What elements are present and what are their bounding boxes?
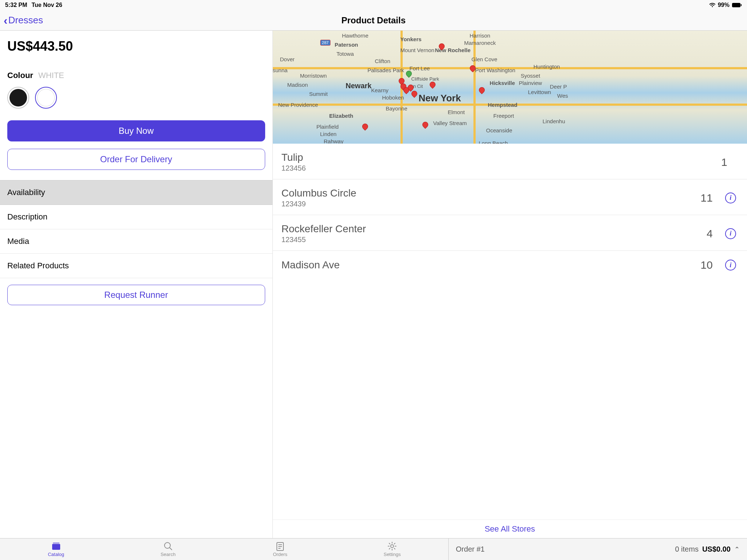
nav-bar: ‹ Dresses Product Details: [0, 10, 747, 31]
store-name: Columbus Circle: [282, 187, 701, 199]
map-label: Rahway: [324, 138, 344, 144]
svg-rect-2: [52, 544, 60, 550]
back-label: Dresses: [8, 15, 43, 26]
tab-search[interactable]: Search: [112, 538, 224, 560]
map-label: New York: [419, 93, 461, 104]
store-name: Tulip: [282, 152, 721, 163]
bottom-bar: Catalog Search Orders Settings Order #1 …: [0, 538, 747, 560]
section-media[interactable]: Media: [0, 229, 272, 254]
svg-rect-0: [732, 3, 740, 7]
map-label: sunna: [273, 67, 288, 73]
section-related[interactable]: Related Products: [0, 254, 272, 278]
right-pane: New York Newark Yonkers Paterson Clifton…: [273, 31, 747, 538]
tab-label: Settings: [384, 552, 401, 557]
map-label: Harrison: [470, 32, 491, 39]
map-label: Elizabeth: [329, 113, 353, 119]
map-label: Totowa: [337, 51, 354, 57]
store-row[interactable]: Tulip 123456 1: [273, 144, 747, 179]
map-label: Mount Vernon: [400, 47, 434, 53]
battery-icon: [732, 3, 742, 8]
store-row[interactable]: Rockefeller Center 123455 4 i: [273, 215, 747, 251]
store-name: Rockefeller Center: [282, 223, 707, 235]
map-label: Paterson: [335, 42, 358, 48]
map-label: Fort Lee: [410, 65, 430, 71]
store-map[interactable]: New York Newark Yonkers Paterson Clifton…: [273, 31, 747, 144]
map-label: Lindenhu: [543, 118, 565, 124]
colour-value: WHITE: [38, 71, 64, 80]
map-label: Clifton: [375, 58, 391, 64]
store-code: 123456: [282, 164, 721, 172]
map-label: Freeport: [494, 113, 514, 119]
section-availability[interactable]: Availability: [0, 180, 272, 205]
buy-now-button[interactable]: Buy Now: [7, 120, 265, 141]
map-label: Levittown: [528, 89, 551, 95]
order-total: US$0.00: [702, 545, 731, 553]
see-all-stores-link[interactable]: See All Stores: [273, 520, 747, 538]
tab-catalog[interactable]: Catalog: [0, 538, 112, 560]
store-row[interactable]: Columbus Circle 123439 11 i: [273, 179, 747, 215]
section-description[interactable]: Description: [0, 205, 272, 229]
map-pin-icon[interactable]: [421, 121, 429, 129]
store-qty: 11: [701, 192, 713, 204]
store-row[interactable]: Madison Ave 10 i: [273, 251, 747, 271]
map-pin-icon[interactable]: [477, 86, 486, 94]
map-label: Yonkers: [400, 36, 422, 42]
search-icon: [163, 541, 173, 551]
tab-settings[interactable]: Settings: [336, 538, 448, 560]
tab-orders[interactable]: Orders: [224, 538, 336, 560]
product-price: US$443.50: [0, 31, 272, 56]
order-items-count: 0 items: [675, 545, 698, 553]
map-label: Dover: [280, 56, 295, 62]
map-label: Hicksville: [490, 80, 515, 86]
order-delivery-button[interactable]: Order For Delivery: [7, 149, 265, 170]
svg-rect-3: [53, 542, 59, 544]
order-number: Order #1: [456, 545, 485, 553]
map-label: Bayonne: [386, 105, 407, 112]
map-label: Cliffside Park: [411, 76, 439, 82]
info-icon[interactable]: i: [725, 192, 736, 203]
map-label: Hoboken: [382, 94, 404, 101]
highway-shield: 287: [320, 40, 330, 46]
tab-label: Orders: [273, 552, 287, 557]
store-qty: 1: [721, 156, 727, 168]
orders-icon: [275, 541, 285, 551]
info-icon[interactable]: i: [725, 260, 736, 271]
page-title: Product Details: [341, 15, 406, 26]
store-qty: 10: [701, 259, 713, 271]
map-label: Palisades Park: [368, 67, 404, 73]
map-label: Glen Cove: [472, 56, 498, 62]
map-label: Summit: [309, 91, 328, 97]
map-label: Wes: [557, 93, 568, 99]
colour-swatch-white[interactable]: [35, 87, 57, 109]
catalog-icon: [51, 541, 61, 551]
map-label: Long Beach: [479, 140, 508, 144]
map-label: Mamaroneck: [464, 40, 496, 46]
svg-rect-1: [741, 4, 742, 6]
colour-label: Colour: [7, 71, 33, 80]
status-bar: 5:32 PM Tue Nov 26 99%: [0, 0, 747, 10]
map-label: New Providence: [278, 102, 318, 108]
map-label: Elmont: [448, 109, 465, 115]
map-label: Morristown: [300, 73, 327, 79]
store-code: 123439: [282, 200, 701, 208]
status-date: Tue Nov 26: [31, 2, 62, 8]
map-label: Hawthorne: [342, 32, 369, 39]
tab-label: Search: [160, 552, 175, 557]
map-label: Hempstead: [488, 102, 518, 108]
svg-point-10: [391, 545, 394, 548]
store-name: Madison Ave: [282, 259, 701, 271]
map-label: Madison: [287, 82, 308, 88]
tab-label: Catalog: [48, 552, 64, 557]
request-runner-button[interactable]: Request Runner: [7, 285, 265, 305]
colour-swatch-black[interactable]: [7, 87, 29, 109]
map-label: Huntington: [534, 63, 560, 70]
map-label: Port Washington: [475, 67, 515, 73]
order-summary-bar[interactable]: Order #1 0 items US$0.00 ⌃: [448, 538, 747, 560]
info-icon[interactable]: i: [725, 228, 736, 239]
map-pin-icon[interactable]: [361, 122, 369, 131]
battery-percent: 99%: [718, 2, 729, 8]
map-label: Newark: [346, 82, 372, 90]
map-label: Plainfield: [317, 124, 339, 130]
map-pin-icon[interactable]: [428, 81, 437, 89]
back-button[interactable]: ‹ Dresses: [0, 15, 43, 26]
